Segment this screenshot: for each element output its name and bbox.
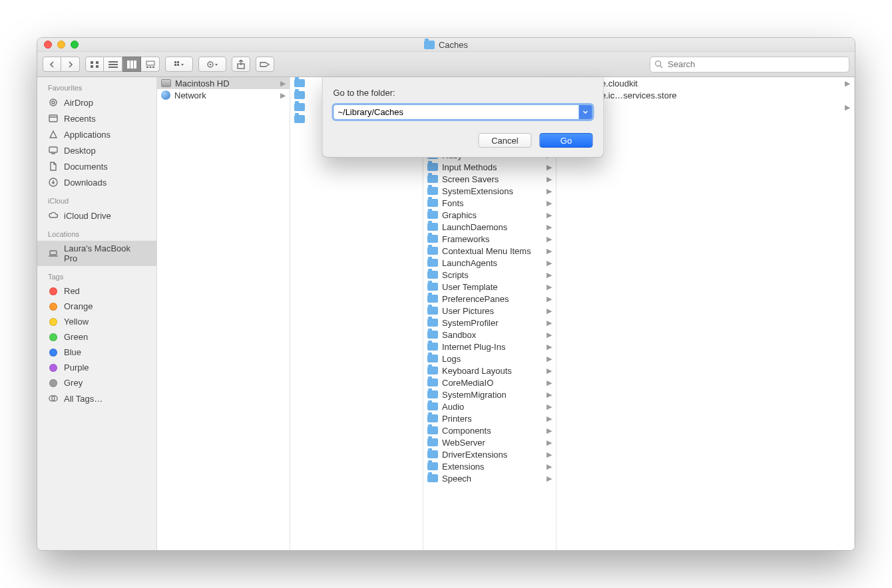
grid-icon (90, 61, 99, 69)
search-field[interactable] (650, 57, 849, 73)
column-row[interactable]: Sandbox▶ (423, 329, 556, 341)
downloads-icon (48, 177, 59, 188)
sidebar-item[interactable]: Downloads (37, 174, 156, 190)
chevron-right-icon: ▶ (547, 319, 552, 327)
column-row[interactable]: Graphics▶ (423, 209, 556, 221)
column-row[interactable]: User Pictures▶ (423, 305, 556, 317)
column-row[interactable]: SystemExtensions▶ (423, 185, 556, 197)
view-list-button[interactable] (104, 57, 122, 72)
forward-button[interactable] (61, 57, 80, 72)
nav-buttons (43, 57, 80, 72)
chevron-right-icon: ▶ (547, 175, 552, 184)
cancel-button[interactable]: Cancel (478, 133, 531, 148)
svg-rect-9 (134, 61, 136, 69)
sidebar-item[interactable]: AirDrop (37, 94, 156, 110)
sidebar-item-label: Green (64, 332, 88, 342)
row-label: SystemMigration (442, 390, 543, 400)
sidebar-item[interactable]: Laura's MacBook Pro (37, 241, 156, 266)
sidebar-item-label: Downloads (64, 178, 107, 188)
column-row[interactable]: Screen Savers▶ (423, 173, 556, 185)
chevron-right-icon: ▶ (547, 438, 552, 447)
column-row[interactable]: DriverExtensions▶ (423, 448, 556, 460)
share-icon (237, 60, 245, 69)
column-row[interactable]: WebServer▶ (423, 436, 556, 448)
sidebar-item[interactable]: Purple (37, 360, 156, 375)
column-row[interactable]: Audio▶ (423, 400, 556, 412)
column-row[interactable]: Keyboard Layouts▶ (423, 365, 556, 376)
column-row[interactable]: Extensions▶ (423, 460, 556, 472)
sidebar-item-label: Laura's MacBook Pro (64, 243, 146, 263)
tags-button[interactable] (256, 57, 274, 72)
sidebar-item-label: Documents (64, 162, 108, 172)
chevron-down-icon (582, 110, 588, 114)
sidebar-header: iCloud (37, 190, 156, 208)
column-row[interactable]: Speech▶ (423, 472, 556, 484)
sidebar-item[interactable]: All Tags… (37, 390, 156, 406)
folder-icon (427, 450, 438, 458)
sidebar-item[interactable]: Desktop (37, 142, 156, 158)
search-input[interactable] (650, 57, 849, 73)
row-label: Logs (442, 354, 543, 364)
go-button[interactable]: Go (539, 133, 592, 148)
sidebar-item[interactable]: Red (37, 283, 156, 299)
column-row[interactable]: LaunchDaemons▶ (423, 221, 556, 233)
view-gallery-button[interactable] (141, 57, 160, 72)
column-row[interactable]: User Template▶ (423, 281, 556, 293)
sheet-label: Go to the folder: (333, 88, 592, 98)
folder-icon (427, 211, 438, 219)
column-row[interactable]: SystemProfiler▶ (423, 317, 556, 329)
sidebar-item[interactable]: Grey (37, 375, 156, 390)
column-row[interactable]: Printers▶ (423, 412, 556, 424)
chevron-right-icon (67, 61, 74, 68)
column-row[interactable]: CoreMediaIO▶ (423, 376, 556, 388)
column-row[interactable]: PreferencePanes▶ (423, 293, 556, 305)
svg-rect-6 (109, 67, 118, 68)
tag-dot-icon (48, 287, 59, 295)
svg-rect-4 (109, 61, 118, 63)
column-row[interactable]: Internet Plug-Ins▶ (423, 341, 556, 353)
chevron-right-icon: ▶ (547, 414, 552, 423)
row-label: Input Methods (442, 162, 543, 172)
titlebar: Caches (37, 38, 855, 52)
row-label: Graphics (442, 210, 543, 220)
share-button[interactable] (232, 57, 250, 72)
sidebar-item[interactable]: Applications (37, 126, 156, 142)
column-row[interactable]: Macintosh HD▶ (157, 77, 290, 89)
column-row[interactable]: Contextual Menu Items▶ (423, 245, 556, 257)
folder-path-input[interactable] (333, 104, 592, 120)
column-row[interactable]: LaunchAgents▶ (423, 257, 556, 269)
back-button[interactable] (43, 57, 61, 72)
column-row[interactable]: Components▶ (423, 424, 556, 436)
svg-rect-25 (49, 115, 57, 122)
column-row[interactable]: Frameworks▶ (423, 233, 556, 245)
tag-icon (260, 61, 270, 69)
folder-icon (427, 259, 438, 267)
sidebar-item[interactable]: Recents (37, 110, 156, 126)
row-label: Macintosh HD (175, 78, 276, 88)
svg-rect-13 (152, 67, 154, 68)
sidebar-item[interactable]: iCloud Drive (37, 208, 156, 223)
row-label: Network (174, 90, 276, 100)
view-columns-button[interactable] (122, 57, 141, 72)
folder-icon (427, 283, 438, 291)
row-label: lorSync (575, 102, 841, 112)
column-row[interactable]: Network▶ (157, 89, 290, 101)
sidebar-item[interactable]: Green (37, 329, 156, 345)
svg-point-24 (52, 101, 55, 104)
view-icons-button[interactable] (85, 57, 104, 72)
arrange-menu-button[interactable] (165, 57, 193, 72)
path-dropdown-button[interactable] (578, 105, 592, 119)
column-row[interactable]: SystemMigration▶ (423, 388, 556, 400)
sidebar-item[interactable]: Orange (37, 299, 156, 314)
chevron-right-icon: ▶ (547, 343, 552, 351)
chevron-right-icon: ▶ (845, 103, 850, 112)
column-row[interactable]: Fonts▶ (423, 197, 556, 209)
sidebar-item[interactable]: Yellow (37, 314, 156, 329)
chevron-right-icon: ▶ (547, 474, 552, 483)
sidebar-item[interactable]: Blue (37, 345, 156, 360)
column-row[interactable]: Logs▶ (423, 353, 556, 365)
column-row[interactable]: Input Methods▶ (423, 161, 556, 173)
sidebar-item[interactable]: Documents (37, 158, 156, 174)
column-row[interactable]: Scripts▶ (423, 269, 556, 281)
action-menu-button[interactable] (198, 57, 226, 72)
